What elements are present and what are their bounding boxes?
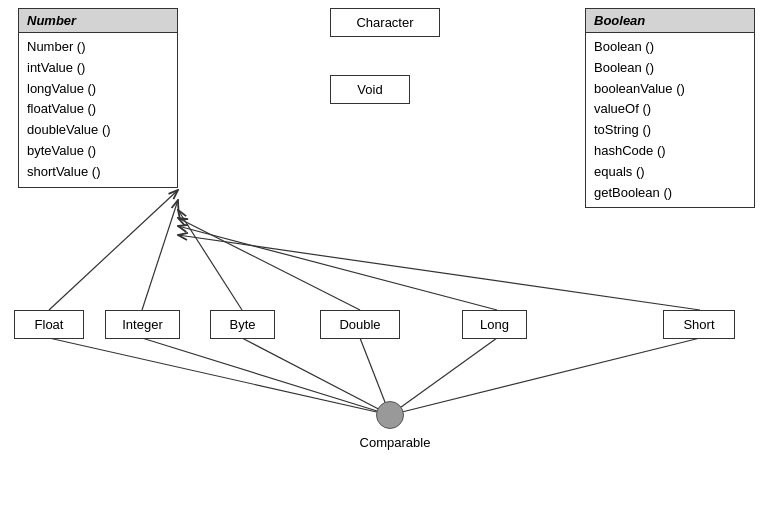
byte-box: Byte — [210, 310, 275, 339]
method-item: longValue () — [27, 79, 169, 100]
method-item: valueOf () — [594, 99, 746, 120]
svg-line-5 — [178, 235, 700, 310]
method-item: Boolean () — [594, 58, 746, 79]
float-box: Float — [14, 310, 84, 339]
svg-line-6 — [49, 338, 390, 415]
long-label: Long — [480, 317, 509, 332]
number-methods: Number () intValue () longValue () float… — [19, 33, 177, 187]
method-item: Boolean () — [594, 37, 746, 58]
character-box: Character — [330, 8, 440, 37]
svg-line-4 — [178, 226, 497, 310]
svg-line-11 — [390, 338, 700, 415]
boolean-methods: Boolean () Boolean () booleanValue () va… — [586, 33, 754, 207]
number-box: Number Number () intValue () longValue (… — [18, 8, 178, 188]
float-label: Float — [35, 317, 64, 332]
method-item: getBoolean () — [594, 183, 746, 204]
comparable-circle — [376, 401, 404, 429]
character-label: Character — [356, 15, 413, 30]
integer-box: Integer — [105, 310, 180, 339]
short-label: Short — [683, 317, 714, 332]
long-box: Long — [462, 310, 527, 339]
method-item: intValue () — [27, 58, 169, 79]
comparable-label: Comparable — [350, 435, 440, 450]
method-item: shortValue () — [27, 162, 169, 183]
void-label: Void — [357, 82, 382, 97]
method-item: doubleValue () — [27, 120, 169, 141]
method-item: toString () — [594, 120, 746, 141]
method-item: Number () — [27, 37, 169, 58]
number-header: Number — [19, 9, 177, 33]
method-item: booleanValue () — [594, 79, 746, 100]
method-item: floatValue () — [27, 99, 169, 120]
byte-label: Byte — [229, 317, 255, 332]
svg-line-1 — [142, 200, 178, 310]
svg-line-7 — [142, 338, 390, 415]
short-box: Short — [663, 310, 735, 339]
method-item: equals () — [594, 162, 746, 183]
method-item: byteValue () — [27, 141, 169, 162]
svg-line-8 — [242, 338, 390, 415]
diagram: Number Number () intValue () longValue (… — [0, 0, 768, 512]
boolean-header: Boolean — [586, 9, 754, 33]
boolean-box: Boolean Boolean () Boolean () booleanVal… — [585, 8, 755, 208]
svg-line-10 — [390, 338, 497, 415]
svg-line-3 — [178, 218, 360, 310]
method-item: hashCode () — [594, 141, 746, 162]
double-box: Double — [320, 310, 400, 339]
double-label: Double — [339, 317, 380, 332]
svg-line-0 — [49, 190, 178, 310]
svg-line-2 — [178, 210, 242, 310]
void-box: Void — [330, 75, 410, 104]
integer-label: Integer — [122, 317, 162, 332]
